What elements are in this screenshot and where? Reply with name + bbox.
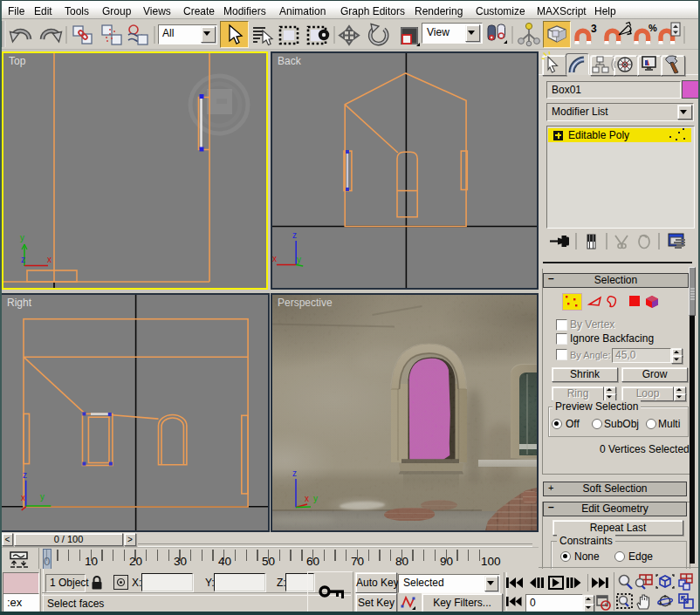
- svg-text:y: y: [297, 255, 301, 264]
- svg-text:y: y: [40, 492, 45, 502]
- svg-text:z: z: [21, 255, 25, 264]
- svg-text:y: y: [313, 494, 318, 503]
- svg-text:3: 3: [591, 23, 597, 35]
- svg-text:x: x: [305, 494, 309, 503]
- svg-text:z: z: [292, 468, 297, 478]
- svg-text:z: z: [292, 230, 297, 240]
- svg-text:x: x: [272, 254, 277, 263]
- svg-text:x: x: [21, 493, 25, 502]
- svg-text:z: z: [23, 470, 27, 480]
- svg-text:x: x: [47, 255, 51, 264]
- svg-text:y: y: [20, 233, 24, 243]
- svg-text:%: %: [649, 23, 657, 33]
